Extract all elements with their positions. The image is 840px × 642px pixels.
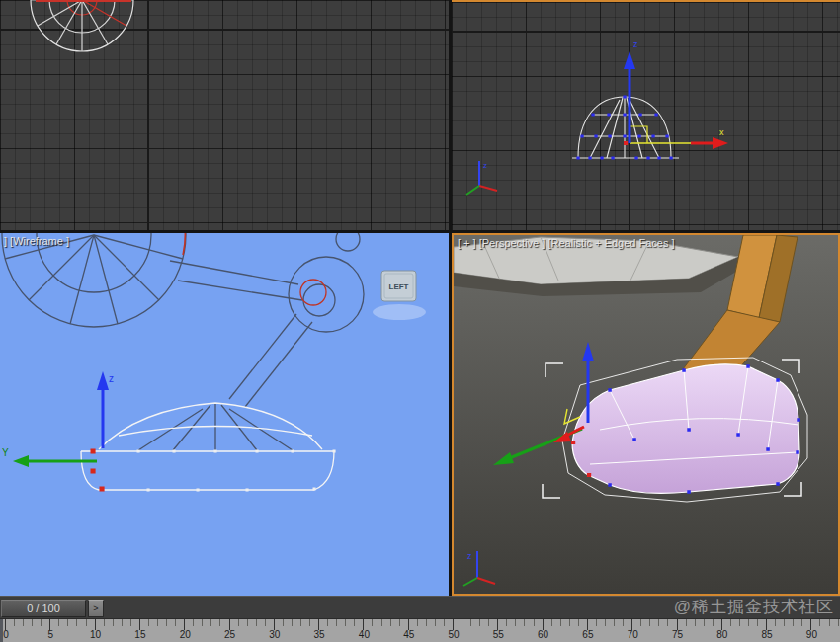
ruler-tick: 20 <box>184 619 185 630</box>
time-slider-track[interactable]: 0 / 100 > <box>0 596 840 618</box>
ruler-tick-label: 60 <box>534 629 553 640</box>
base-selected-edges <box>81 403 334 490</box>
ruler-tick: 90 <box>810 619 811 630</box>
lamp-shade-wireframe <box>31 0 133 51</box>
ruler-tick: 55 <box>497 619 498 630</box>
ruler-tick: 50 <box>453 619 454 630</box>
ruler-tick-label: 5 <box>41 629 60 640</box>
world-axis-lines <box>452 2 840 230</box>
lamp-base-wireframe <box>572 97 679 158</box>
ruler-tick: 5 <box>49 619 50 630</box>
ruler-tick: 40 <box>363 619 364 630</box>
ruler-tick: 65 <box>587 619 588 630</box>
ruler-tick: 35 <box>318 619 319 630</box>
gizmo-y-arrowhead[interactable] <box>13 455 29 467</box>
time-slider-next-button[interactable]: > <box>88 600 104 617</box>
gizmo-x-label: x <box>719 127 724 137</box>
gizmo-z-arrowhead[interactable] <box>97 371 109 390</box>
ruler-tick-label: 85 <box>757 629 777 640</box>
timeline-ruler[interactable]: 051015202530354045505560657075808590 <box>0 618 840 642</box>
ruler-tick-label: 75 <box>668 629 688 640</box>
viewport-left[interactable]: z Y LEFT ] [Wireframe ] <box>0 233 449 596</box>
gizmo-z-arrowhead[interactable] <box>582 342 594 361</box>
lamp-wireframe <box>2 233 364 450</box>
ruler-tick: 80 <box>721 619 722 630</box>
ruler-tick: 60 <box>543 619 544 630</box>
ruler-tick: 25 <box>229 619 230 630</box>
3d-app-viewport-layout: z x z <box>0 0 840 642</box>
gizmo-y-arrowhead[interactable] <box>493 452 514 465</box>
tripod-z-label: z <box>467 551 472 561</box>
view-cube-label: LEFT <box>389 282 409 291</box>
ruler-tick: 0 <box>5 619 6 630</box>
world-axis-tripod: z <box>463 551 495 586</box>
ruler-tick-label: 0 <box>0 629 16 640</box>
ruler-tick-label: 15 <box>130 629 150 640</box>
ruler-tick: 30 <box>274 619 275 630</box>
ruler-tick: 15 <box>139 619 140 630</box>
ruler-tick: 70 <box>631 619 632 630</box>
gizmo-z-label: z <box>633 40 638 49</box>
viewport-perspective-label[interactable]: [ + ] [Perspective ] [Realistic + Edged … <box>458 237 675 249</box>
ruler-tick: 85 <box>766 619 767 630</box>
tripod-z-label: z <box>483 161 487 170</box>
ruler-tick-label: 70 <box>623 629 642 640</box>
left-view-canvas[interactable]: z Y LEFT <box>0 233 449 596</box>
ruler-tick: 10 <box>95 619 96 630</box>
ruler-tick: 45 <box>408 619 409 630</box>
ruler-tick-label: 55 <box>488 629 508 640</box>
viewport-perspective[interactable]: z [ + ] [Perspective ] [Realistic + Edge… <box>452 233 840 596</box>
gizmo-y-label: Y <box>2 447 9 458</box>
view-axis-tripod: z <box>466 161 497 195</box>
ruler-tick-label: 20 <box>175 629 195 640</box>
left-view-cube[interactable]: LEFT <box>373 271 426 320</box>
top-right-canvas[interactable]: z x z <box>452 2 840 230</box>
ruler-tick-label: 90 <box>801 629 821 640</box>
ruler-tick-label: 50 <box>444 629 463 640</box>
lamp-base-3d <box>572 364 799 494</box>
move-gizmo[interactable]: z x <box>624 40 728 149</box>
perspective-canvas[interactable]: z <box>454 235 838 594</box>
viewport-top-left[interactable] <box>0 0 449 230</box>
ruler-tick-label: 10 <box>86 629 106 640</box>
view-cube-shadow <box>373 304 426 320</box>
ruler-tick: 75 <box>677 619 678 630</box>
viewport-top-right[interactable]: z x z <box>452 0 840 230</box>
world-axis-lines <box>0 0 449 230</box>
ruler-tick-label: 65 <box>578 629 598 640</box>
selected-vertex-dots <box>93 451 102 489</box>
move-gizmo[interactable]: z Y <box>2 371 114 467</box>
gizmo-x-arrowhead[interactable] <box>713 137 728 149</box>
viewport-left-label[interactable]: ] [Wireframe ] <box>4 235 69 247</box>
ruler-tick-label: 40 <box>354 629 374 640</box>
ruler-tick-label: 30 <box>265 629 285 640</box>
top-left-canvas[interactable] <box>0 0 449 230</box>
ruler-tick-label: 25 <box>220 629 240 640</box>
ruler-tick-label: 35 <box>309 629 329 640</box>
time-slider-handle[interactable]: 0 / 100 <box>1 600 86 617</box>
ruler-tick-label: 80 <box>713 629 732 640</box>
gizmo-z-arrowhead[interactable] <box>624 51 635 69</box>
base-vertex-dots <box>138 451 334 490</box>
ruler-tick-label: 45 <box>399 629 419 640</box>
gizmo-z-label: z <box>109 373 114 384</box>
